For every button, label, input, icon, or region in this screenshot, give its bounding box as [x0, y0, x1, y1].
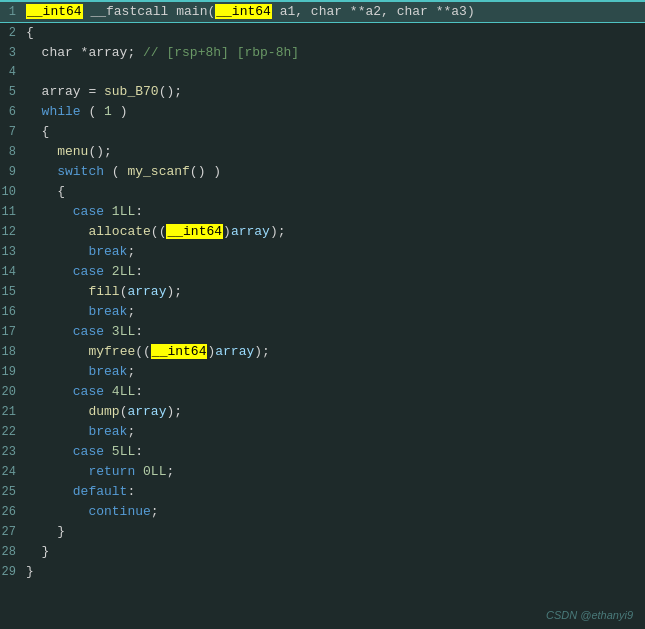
- code-line: 1__int64 __fastcall main(__int64 a1, cha…: [0, 0, 645, 23]
- token-func: menu: [57, 144, 88, 159]
- token-normal: ;: [127, 244, 135, 259]
- code-line: 6 while ( 1 ): [0, 102, 645, 122]
- code-line: 22 break;: [0, 422, 645, 442]
- watermark-text: CSDN @ethanyi9: [546, 609, 633, 621]
- code-line: 11 case 1LL:: [0, 202, 645, 222]
- token-normal: [26, 344, 88, 359]
- line-content: while ( 1 ): [22, 102, 127, 121]
- token-num: 1LL: [112, 204, 135, 219]
- line-number: 9: [0, 163, 22, 182]
- line-number: 4: [0, 63, 22, 82]
- line-number: 23: [0, 443, 22, 462]
- code-line: 25 default:: [0, 482, 645, 502]
- token-num: 4LL: [112, 384, 135, 399]
- line-content: {: [22, 122, 49, 141]
- token-normal: [26, 404, 88, 419]
- token-func: allocate: [88, 224, 150, 239]
- line-content: }: [22, 542, 49, 561]
- token-func: sub_B70: [104, 84, 159, 99]
- line-number: 11: [0, 203, 22, 222]
- token-normal: :: [135, 384, 143, 399]
- token-kw: continue: [26, 504, 151, 519]
- token-kw: break: [26, 364, 127, 379]
- token-kw: case: [26, 444, 112, 459]
- code-line: 29}: [0, 562, 645, 582]
- token-num: 5LL: [112, 444, 135, 459]
- token-kw: case: [26, 264, 112, 279]
- line-content: break;: [22, 422, 135, 441]
- code-line: 28 }: [0, 542, 645, 562]
- token-normal: ();: [159, 84, 182, 99]
- line-number: 6: [0, 103, 22, 122]
- token-var: array: [127, 404, 166, 419]
- code-line: 2{: [0, 23, 645, 43]
- token-normal: ): [223, 224, 231, 239]
- line-number: 19: [0, 363, 22, 382]
- token-normal: ;: [166, 464, 174, 479]
- token-func: dump: [88, 404, 119, 419]
- line-number: 27: [0, 523, 22, 542]
- line-content: case 5LL:: [22, 442, 143, 461]
- token-normal: :: [127, 484, 135, 499]
- line-number: 12: [0, 223, 22, 242]
- line-number: 7: [0, 123, 22, 142]
- token-normal: ;: [151, 504, 159, 519]
- code-line: 27 }: [0, 522, 645, 542]
- code-line: 15 fill(array);: [0, 282, 645, 302]
- token-highlight: __int64: [151, 344, 208, 359]
- token-normal: [26, 284, 88, 299]
- line-content: dump(array);: [22, 402, 182, 421]
- code-line: 7 {: [0, 122, 645, 142]
- token-func: fill: [88, 284, 119, 299]
- token-var: array: [127, 284, 166, 299]
- line-number: 17: [0, 323, 22, 342]
- line-content: switch ( my_scanf() ): [22, 162, 221, 181]
- token-kw: break: [26, 244, 127, 259]
- token-kw: break: [26, 304, 127, 319]
- line-content: continue;: [22, 502, 159, 521]
- line-number: 8: [0, 143, 22, 162]
- token-normal: }: [26, 524, 65, 539]
- token-normal: [26, 224, 88, 239]
- token-normal: :: [135, 204, 143, 219]
- token-normal: );: [166, 404, 182, 419]
- line-number: 10: [0, 183, 22, 202]
- token-normal: [26, 144, 57, 159]
- code-line: 3 char *array; // [rsp+8h] [rbp-8h]: [0, 43, 645, 63]
- line-content: break;: [22, 302, 135, 321]
- token-kw: default: [26, 484, 127, 499]
- token-highlight: __int64: [26, 4, 83, 19]
- token-normal: ;: [127, 424, 135, 439]
- token-kw: case: [26, 384, 112, 399]
- token-kw: case: [26, 204, 112, 219]
- token-num: 0LL: [143, 464, 166, 479]
- line-content: case 4LL:: [22, 382, 143, 401]
- code-line: 9 switch ( my_scanf() ): [0, 162, 645, 182]
- token-normal: }: [26, 544, 49, 559]
- line-number: 1: [0, 3, 22, 22]
- token-normal: ();: [88, 144, 111, 159]
- code-line: 14 case 2LL:: [0, 262, 645, 282]
- token-normal: :: [135, 444, 143, 459]
- line-number: 25: [0, 483, 22, 502]
- code-editor: 1__int64 __fastcall main(__int64 a1, cha…: [0, 0, 645, 629]
- code-line: 17 case 3LL:: [0, 322, 645, 342]
- token-normal: {: [26, 25, 34, 40]
- token-normal: () ): [190, 164, 221, 179]
- line-number: 22: [0, 423, 22, 442]
- token-normal: array =: [26, 84, 104, 99]
- line-content: break;: [22, 242, 135, 261]
- line-content: fill(array);: [22, 282, 182, 301]
- token-var: array: [215, 344, 254, 359]
- line-number: 24: [0, 463, 22, 482]
- code-line: 26 continue;: [0, 502, 645, 522]
- code-line: 19 break;: [0, 362, 645, 382]
- line-content: allocate((__int64)array);: [22, 222, 286, 241]
- line-number: 3: [0, 44, 22, 63]
- line-number: 18: [0, 343, 22, 362]
- token-func: myfree: [88, 344, 135, 359]
- token-func: my_scanf: [127, 164, 189, 179]
- token-normal: ((: [135, 344, 151, 359]
- token-kw: break: [26, 424, 127, 439]
- line-number: 5: [0, 83, 22, 102]
